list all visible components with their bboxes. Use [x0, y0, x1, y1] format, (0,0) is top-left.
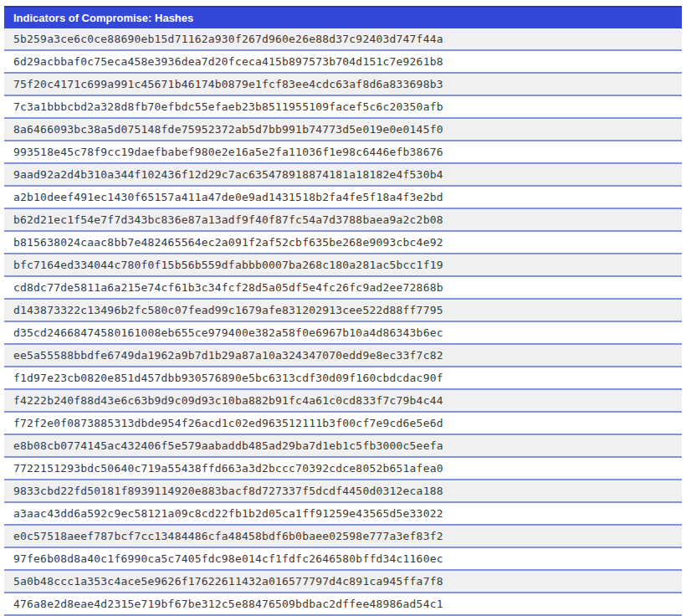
table-row: f4222b240f88d43e6c63b9d9c09d93c10ba882b9… [4, 390, 682, 413]
hash-value: d143873322c13496b2fc580c07fead99c1679afe… [13, 304, 443, 316]
hash-value: a2b10deef491ec1430f65157a411a47de0e9ad14… [13, 191, 443, 203]
hash-value: ee5a55588bbdfe6749da1962a9b7d1b29a87a10a… [13, 349, 443, 362]
table-row: e8b08cb0774145ac432406f5e579aabaddb485ad… [4, 435, 682, 458]
hash-value: a3aac43dd6a592c9ec58121a09c8cd22fb1b2d05… [13, 507, 443, 520]
table-row: b62d21ec1f54e7f7d343bc836e87a13adf9f40f8… [4, 209, 682, 232]
table-row: 9aad92a2d4b310a344f102436f12d29c7ac63547… [4, 164, 682, 187]
table-row: cd8dc77de5811a6a215e74cf61b3c34fcf28d5a0… [4, 277, 682, 300]
hash-value: 9833cbd22fd50181f8939114920e883bacf8d727… [13, 485, 443, 497]
hash-value: b62d21ec1f54e7f7d343bc836e87a13adf9f40f8… [13, 213, 443, 226]
hash-value: 476a8e2d8eae4d2315e719bf67be312c5e884765… [13, 598, 443, 610]
table-row: 8a6466093bc38a5d075148fde75952372ab5d7bb… [4, 119, 682, 141]
table-row: 993518e45c78f9cc19daefbabef980e2e16a5e2f… [4, 141, 682, 164]
table-row: 5b259a3ce6c0ce88690eb15d71162a930f267d96… [4, 28, 682, 51]
table-title: Indicators of Compromise: Hashes [13, 12, 193, 24]
table-body: 5b259a3ce6c0ce88690eb15d71162a930f267d96… [4, 28, 682, 616]
table-row: e0c57518aeef787bcf7cc13484486cfa48458bdf… [4, 526, 682, 548]
hash-value: d35cd24668474580161008eb655ce979400e382a… [13, 326, 443, 339]
table-row: a3aac43dd6a592c9ec58121a09c8cd22fb1b2d05… [4, 503, 682, 526]
hash-value: 9aad92a2d4b310a344f102436f12d29c7ac63547… [13, 168, 443, 181]
hash-value: f72f2e0f0873885313dbde954f26acd1c02ed963… [13, 417, 443, 429]
hash-value: 75f20c4171c699a991c45671b46174b0879e1fcf… [13, 78, 443, 90]
table-row: 7722151293bdc50640c719a55438ffd663a3d2bc… [4, 458, 682, 480]
hash-value: cd8dc77de5811a6a215e74cf61b3c34fcf28d5a0… [13, 281, 443, 294]
table-row: f1d97e23cb0820e851d457dbb930576890e5bc63… [4, 367, 682, 390]
table-row: 75f20c4171c699a991c45671b46174b0879e1fcf… [4, 74, 682, 96]
table-row: 97fe6b08d8a40c1f6990ca5c7405fdc98e014cf1… [4, 548, 682, 571]
hash-value: 6d29acbbaf0c75eca458e3936dea7d20fceca415… [13, 55, 443, 68]
hash-value: 7c3a1bbbcbd2a328d8fb70efbdc55efaeb23b851… [13, 100, 443, 113]
table-row: 476a8e2d8eae4d2315e719bf67be312c5e884765… [4, 593, 682, 616]
table-row: 7c3a1bbbcbd2a328d8fb70efbdc55efaeb23b851… [4, 96, 682, 119]
table-row: 5a0b48ccc1a353c4ace5e9626f17622611432a01… [4, 571, 682, 593]
hash-value: 5a0b48ccc1a353c4ace5e9626f17622611432a01… [13, 575, 443, 588]
ioc-hash-table: Indicators of Compromise: Hashes 5b259a3… [4, 6, 682, 616]
table-row: ee5a55588bbdfe6749da1962a9b7d1b29a87a10a… [4, 345, 682, 367]
hash-value: 8a6466093bc38a5d075148fde75952372ab5d7bb… [13, 123, 443, 136]
table-row: a2b10deef491ec1430f65157a411a47de0e9ad14… [4, 187, 682, 209]
table-row: 9833cbd22fd50181f8939114920e883bacf8d727… [4, 480, 682, 503]
table-row: bfc7164ed334044c780f0f15b56b559dfabbb000… [4, 254, 682, 277]
hash-value: e0c57518aeef787bcf7cc13484486cfa48458bdf… [13, 530, 443, 542]
hash-value: 7722151293bdc50640c719a55438ffd663a3d2bc… [13, 462, 443, 475]
hash-value: 5b259a3ce6c0ce88690eb15d71162a930f267d96… [13, 33, 443, 45]
hash-value: e8b08cb0774145ac432406f5e579aabaddb485ad… [13, 439, 443, 452]
table-row: f72f2e0f0873885313dbde954f26acd1c02ed963… [4, 413, 682, 435]
hash-value: f1d97e23cb0820e851d457dbb930576890e5bc63… [13, 372, 443, 384]
hash-value: b815638024caac8bb7e482465564ec2a091f2af5… [13, 236, 443, 249]
hash-value: f4222b240f88d43e6c63b9d9c09d93c10ba882b9… [13, 394, 443, 407]
hash-value: 97fe6b08d8a40c1f6990ca5c7405fdc98e014cf1… [13, 552, 443, 565]
table-row: b815638024caac8bb7e482465564ec2a091f2af5… [4, 232, 682, 254]
table-row: 6d29acbbaf0c75eca458e3936dea7d20fceca415… [4, 51, 682, 74]
table-header: Indicators of Compromise: Hashes [4, 6, 682, 28]
table-row: d143873322c13496b2fc580c07fead99c1679afe… [4, 300, 682, 322]
hash-value: bfc7164ed334044c780f0f15b56b559dfabbb000… [13, 259, 443, 271]
hash-value: 993518e45c78f9cc19daefbabef980e2e16a5e2f… [13, 146, 443, 158]
table-row: d35cd24668474580161008eb655ce979400e382a… [4, 322, 682, 345]
